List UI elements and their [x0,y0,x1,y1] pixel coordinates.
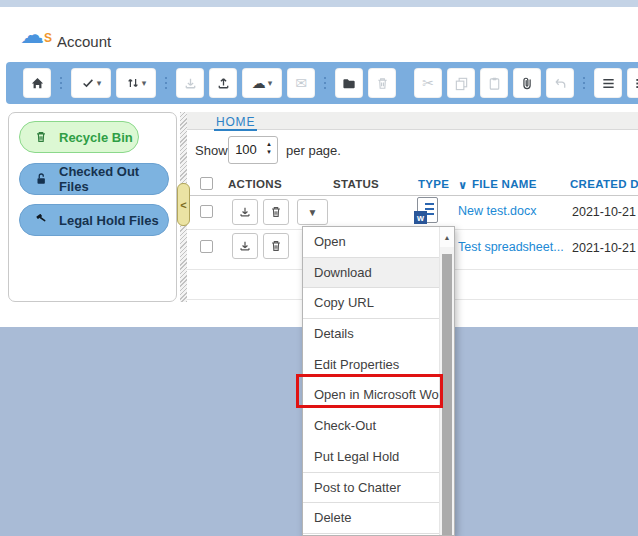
select-dropdown-button[interactable]: ▾ [71,68,111,98]
spinner-up-icon[interactable]: ▲ [266,141,272,147]
folder-button[interactable] [335,68,363,98]
row-checkbox[interactable] [200,205,213,218]
toolbar-separator [579,77,589,89]
paperclip-icon [520,76,535,91]
column-header-type[interactable]: TYPE [418,178,449,190]
sort-dropdown-button[interactable]: ▾ [116,68,156,98]
sidebar-panel: Recycle Bin Checked Out Files Legal Hold… [8,112,177,302]
lock-icon [34,172,48,186]
browser-edge-strip [0,0,638,7]
sidebar-item-recycle-bin[interactable]: Recycle Bin [19,121,139,153]
menu-item-edit-properties[interactable]: Edit Properties [303,350,439,381]
row-delete-button[interactable] [263,199,289,225]
created-date: 2021-10-21 1 [572,205,638,219]
row-actions-menu-button[interactable]: ▼ [297,199,328,225]
folder-icon [342,76,357,91]
created-date: 2021-10-21 1 [572,241,638,255]
file-name-link[interactable]: Test spreadsheet... [458,240,564,254]
sidebar-item-label: Legal Hold Files [59,213,159,228]
menu-item-open[interactable]: Open [303,227,439,258]
trash-icon [375,76,390,91]
paste-button[interactable] [480,68,508,98]
file-name-link[interactable]: New test.docx [458,204,537,218]
email-button[interactable]: ✉ [287,68,315,98]
detail-list-icon [634,76,638,91]
sidebar-item-checked-out-files[interactable]: Checked Out Files [19,163,169,195]
show-label: Show [195,143,228,158]
menu-item-copy-url[interactable]: Copy URL [303,288,439,319]
home-button[interactable] [23,68,51,98]
undo-button[interactable] [546,68,574,98]
row-download-button[interactable] [232,199,258,225]
list-view-button[interactable] [594,68,622,98]
row-checkbox[interactable] [200,240,213,253]
toolbar-separator [56,77,66,89]
upload-button[interactable] [209,68,237,98]
screen: ☁ S Account ▾ ▾ ☁ ▾ ✉ [0,0,638,536]
list-icon [601,76,616,91]
file-toolbar: ▾ ▾ ☁ ▾ ✉ ✂ [6,62,638,104]
menu-scrollbar[interactable]: ▲ [439,227,454,535]
upload-icon [216,76,231,91]
breadcrumb-bar: HOME [187,112,638,130]
sort-chevron-icon: ∨ [458,178,468,192]
app-logo: ☁ S [20,24,50,46]
scrollbar-up-icon[interactable]: ▲ [440,227,454,247]
menu-item-put-legal-hold[interactable]: Put Legal Hold [303,442,439,473]
cloud-icon: ☁ [252,76,266,90]
menu-item-delete[interactable]: Delete [303,503,439,534]
copy-icon [454,76,469,91]
trash-icon [34,130,48,144]
toolbar-separator [320,77,330,89]
menu-item-post-to-chatter[interactable]: Post to Chatter [303,473,439,504]
check-icon [81,76,95,90]
download-button[interactable] [176,68,204,98]
spinner-down-icon[interactable]: ▼ [266,149,272,155]
chevron-down-icon: ▾ [142,79,147,88]
envelope-icon: ✉ [295,76,307,90]
chevron-left-icon: < [180,199,186,211]
table-header-divider [187,195,638,196]
menu-item-check-out[interactable]: Check-Out [303,411,439,442]
download-icon [238,205,252,219]
download-icon [238,239,252,253]
caret-down-icon: ▼ [308,207,318,218]
word-file-icon: w [417,197,438,223]
page-size-stepper[interactable]: 100 ▲ ▼ [228,136,278,164]
per-page-label: per page. [286,143,341,158]
column-header-file-name[interactable]: FILE NAME [472,178,537,190]
cloud-logo-icon: ☁ [20,21,44,48]
sidebar-item-legal-hold-files[interactable]: Legal Hold Files [19,204,169,236]
toolbar-separator [161,77,171,89]
sidebar-item-label: Recycle Bin [59,130,133,145]
download-icon [183,76,198,91]
trash-icon [269,205,283,219]
gavel-icon [34,213,48,227]
row-delete-button[interactable] [263,233,289,259]
menu-item-download[interactable]: Download [303,258,439,289]
undo-arrow-icon [553,76,568,91]
home-icon [30,76,45,91]
scissors-icon: ✂ [422,76,434,90]
menu-item-details[interactable]: Details [303,319,439,350]
select-all-checkbox[interactable] [200,177,213,190]
copy-button[interactable] [447,68,475,98]
detail-view-button[interactable] [627,68,638,98]
chevron-down-icon: ▾ [97,79,102,88]
cut-button[interactable]: ✂ [414,68,442,98]
row-download-button[interactable] [232,233,258,259]
scrollbar-thumb[interactable] [442,254,452,535]
page-size-value: 100 [229,137,263,163]
word-badge: w [414,211,427,224]
link-button[interactable] [513,68,541,98]
cloud-download-button[interactable]: ☁ ▾ [242,68,282,98]
logo-s-letter: S [44,31,52,45]
tab-home[interactable]: HOME [214,114,257,131]
app-header: ☁ S Account [0,7,638,60]
column-header-created[interactable]: CREATED DA [570,178,638,190]
delete-button[interactable] [368,68,396,98]
sidebar-item-label: Checked Out Files [59,164,168,194]
menu-item-open-in-microsoft-word[interactable]: Open in Microsoft Word [303,380,439,411]
sidebar-collapse-handle[interactable]: < [177,183,190,226]
chevron-down-icon: ▾ [268,79,273,88]
